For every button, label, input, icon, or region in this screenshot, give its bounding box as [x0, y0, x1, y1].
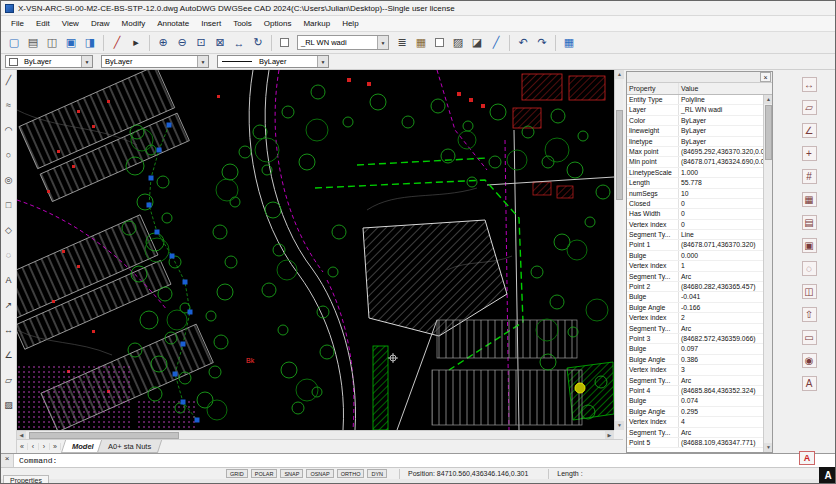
hatch-tool-icon[interactable]: ▨	[2, 398, 16, 412]
stamp-icon[interactable]: ◉	[802, 353, 817, 368]
vscroll-thumb[interactable]	[616, 110, 623, 200]
menu-item-modify[interactable]: Modify	[116, 18, 152, 29]
property-row[interactable]: Bulge Angle 0.295	[627, 407, 763, 417]
property-row[interactable]: Bulge 0.000	[627, 251, 763, 261]
markup-layer-checkbox[interactable]	[280, 38, 289, 47]
pencil-icon[interactable]: ╱	[487, 34, 505, 52]
area-tool-icon[interactable]: ▱	[2, 373, 16, 387]
properties-panel-icon[interactable]: ▤	[802, 215, 817, 230]
find-text-icon[interactable]: ◌	[802, 261, 817, 276]
property-col-header[interactable]: Property	[627, 83, 679, 94]
background-checkbox[interactable]	[435, 38, 444, 47]
chevron-down-icon[interactable]: ▼	[317, 56, 328, 67]
measure-area-icon[interactable]: ▱	[802, 100, 817, 115]
property-row[interactable]: Vertex index 1	[627, 261, 763, 271]
property-row[interactable]: Length 55.778	[627, 178, 763, 188]
property-row[interactable]: Vertex index 2	[627, 313, 763, 323]
property-row[interactable]: numSegs 10	[627, 189, 763, 199]
menu-item-options[interactable]: Options	[258, 18, 298, 29]
status-toggle-ortho[interactable]: ORTHO	[337, 469, 365, 478]
new-file-icon[interactable]: ▢	[5, 34, 23, 52]
status-toggle-grid[interactable]: GRID	[226, 469, 248, 478]
circle-tool-icon[interactable]: ○	[2, 148, 16, 162]
property-row[interactable]: Bulge -0.041	[627, 292, 763, 302]
text-style-icon[interactable]: A	[802, 376, 817, 391]
layer-manager-icon[interactable]: ≣	[393, 34, 411, 52]
property-row[interactable]: Bulge 0.074	[627, 396, 763, 406]
layer-combo[interactable]: ByLayer ▼	[101, 55, 209, 68]
count-icon[interactable]: #	[802, 169, 817, 184]
match-properties-icon[interactable]: ▨	[449, 34, 467, 52]
menu-item-markup[interactable]: Markup	[297, 18, 336, 29]
measure-angle-icon[interactable]: ∠	[802, 123, 817, 138]
tab-nav-icon-2[interactable]: ›	[39, 443, 50, 450]
tab-nav-icon-0[interactable]: «	[17, 443, 28, 450]
sheet-tab-a0-sta-nuts[interactable]: A0+ sta Nuts	[97, 440, 162, 453]
property-row[interactable]: Min point (84678.071,436324.690,0.000)	[627, 157, 763, 167]
zoom-extents-icon[interactable]: ⊠	[211, 34, 229, 52]
leader-tool-icon[interactable]: ↗	[2, 298, 16, 312]
property-row[interactable]: Vertex index 3	[627, 365, 763, 375]
publish-icon[interactable]: ◨	[81, 34, 99, 52]
dimension-tool-icon[interactable]: ↔	[2, 323, 16, 337]
status-toggle-snap[interactable]: SNAP	[280, 469, 303, 478]
note-icon[interactable]: ▭	[802, 330, 817, 345]
coordinate-icon[interactable]: +	[802, 146, 817, 161]
polygon-tool-icon[interactable]: ◇	[2, 223, 16, 237]
text-annotation-icon[interactable]: A	[819, 467, 836, 484]
viewport-icon[interactable]: ▦	[560, 34, 578, 52]
property-row[interactable]: Point 4 (84685.864,436352.324)	[627, 386, 763, 396]
canvas-horizontal-scrollbar[interactable]: ◀ ▶	[17, 430, 614, 439]
tab-nav-icon-3[interactable]: »	[50, 443, 61, 450]
layers-icon[interactable]: ▦	[412, 34, 430, 52]
redo-icon[interactable]: ↷	[533, 34, 551, 52]
close-icon[interactable]: ×	[5, 454, 10, 464]
print-preview-icon[interactable]: ◫	[43, 34, 61, 52]
print-icon[interactable]: ▤	[24, 34, 42, 52]
scroll-down-icon[interactable]: ▼	[615, 421, 624, 430]
linetype-combo[interactable]: ByLayer ▼	[217, 55, 329, 68]
property-row[interactable]: Point 2 (84680.282,436365.457)	[627, 282, 763, 292]
properties-scrollbar[interactable]: ▲ ▼	[763, 95, 772, 452]
status-toggle-dyn[interactable]: DYN	[367, 469, 387, 478]
rectangle-tool-icon[interactable]: □	[2, 198, 16, 212]
markup-pen-icon[interactable]: ╱	[108, 34, 126, 52]
tab-nav-icon-1[interactable]: ‹	[28, 443, 39, 450]
angle-tool-icon[interactable]: ∠	[2, 348, 16, 362]
zoom-out-icon[interactable]: ⊖	[173, 34, 191, 52]
menu-item-file[interactable]: File	[5, 18, 30, 29]
zoom-in-icon[interactable]: ⊕	[154, 34, 172, 52]
property-row[interactable]: Segment Ty... Arc	[627, 376, 763, 386]
props-scroll-thumb[interactable]	[765, 105, 772, 160]
property-row[interactable]: Bulge Angle 0.386	[627, 355, 763, 365]
markup-layer-combo[interactable]: _RL WN wadi ▼	[297, 35, 389, 50]
text-tool-icon[interactable]: A	[2, 273, 16, 287]
property-row[interactable]: Segment Ty... Arc	[627, 428, 763, 438]
status-toggle-osnap[interactable]: OSNAP	[306, 469, 333, 478]
cloud-tool-icon[interactable]: ◌	[2, 248, 16, 262]
property-row[interactable]: Vertex index 0	[627, 220, 763, 230]
menu-item-annotate[interactable]: Annotate	[151, 18, 195, 29]
redline-text-icon[interactable]: A	[799, 451, 815, 465]
status-toggle-polar[interactable]: POLAR	[251, 469, 278, 478]
property-row[interactable]: Entity Type Polyline	[627, 95, 763, 105]
menu-item-tools[interactable]: Tools	[227, 18, 258, 29]
menu-item-view[interactable]: View	[56, 18, 85, 29]
scroll-up-icon[interactable]: ▲	[764, 95, 772, 104]
property-row[interactable]: Max point (84695.292,436370.320,0.000)	[627, 147, 763, 157]
arc-tool-icon[interactable]: ◠	[2, 123, 16, 137]
cad-canvas[interactable]: Bk	[17, 70, 614, 430]
scroll-down-icon[interactable]: ▼	[764, 443, 772, 452]
menu-item-draw[interactable]: Draw	[85, 18, 116, 29]
property-row[interactable]: Layer _RL WN wadi	[627, 105, 763, 115]
property-row[interactable]: Color ByLayer	[627, 116, 763, 126]
blocks-panel-icon[interactable]: ▣	[802, 238, 817, 253]
property-row[interactable]: Has Width 0	[627, 209, 763, 219]
property-row[interactable]: Segment Ty... Arc	[627, 324, 763, 334]
pan-icon[interactable]: ↔	[230, 34, 248, 52]
property-row[interactable]: Closed 0	[627, 199, 763, 209]
polyline-tool-icon[interactable]: ≈	[2, 98, 16, 112]
scroll-up-icon[interactable]: ▲	[615, 70, 624, 79]
property-row[interactable]: lineweight ByLayer	[627, 126, 763, 136]
measure-distance-icon[interactable]: ↔	[802, 77, 817, 92]
